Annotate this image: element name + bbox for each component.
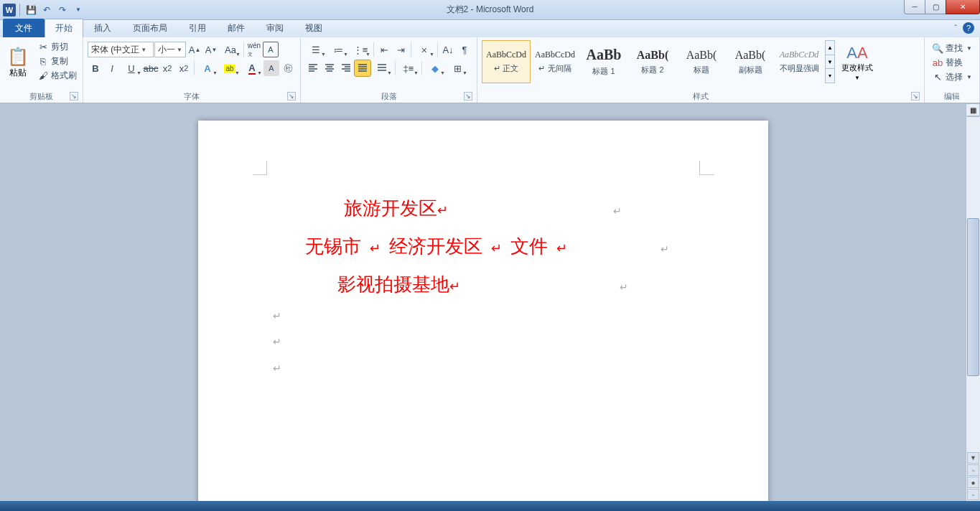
style-no-spacing[interactable]: AaBbCcDd↵ 无间隔 <box>531 40 579 83</box>
underline-button[interactable]: U▼ <box>121 60 142 76</box>
clipboard-launcher[interactable]: ↘ <box>70 92 78 100</box>
character-shading-button[interactable]: A <box>263 60 279 76</box>
numbering-button[interactable]: ≔▼ <box>327 42 349 57</box>
text-effects-button[interactable]: A▼ <box>197 60 218 76</box>
font-color-button[interactable]: A▼ <box>241 60 263 76</box>
empty-paragraph[interactable]: ↵ <box>267 329 699 355</box>
line-spacing-button[interactable]: ‡≡▼ <box>398 60 419 76</box>
prev-page-button[interactable]: ◦ <box>967 464 979 476</box>
scroll-down-button[interactable]: ▼ <box>967 452 979 464</box>
close-button[interactable]: ✕ <box>946 0 980 14</box>
next-page-button[interactable]: ◦ <box>967 489 979 500</box>
browse-object-button[interactable]: ● <box>967 477 979 488</box>
undo-button[interactable]: ↶ <box>39 3 54 17</box>
phonetic-guide-button[interactable]: wén文 <box>246 42 262 57</box>
editing-group-label: 编辑 <box>928 91 976 103</box>
doc-line-1[interactable]: 旅游开发区↵↵ <box>267 189 699 228</box>
doc-line-3[interactable]: 影视拍摄基地↵↵ <box>267 266 699 304</box>
change-case-button[interactable]: Aa▼ <box>220 42 241 57</box>
tab-mailings[interactable]: 邮件 <box>217 19 256 37</box>
shrink-font-button[interactable]: A▼ <box>203 42 219 57</box>
qat-customize-dropdown[interactable]: ▼ <box>71 3 85 17</box>
strikethrough-button[interactable]: abc <box>143 60 159 76</box>
paintbrush-icon: 🖌 <box>37 70 49 82</box>
scissors-icon: ✂ <box>37 42 49 53</box>
paragraph-launcher[interactable]: ↘ <box>464 92 472 100</box>
scroll-track[interactable] <box>967 118 979 461</box>
align-left-icon <box>307 62 319 74</box>
grow-font-button[interactable]: A▲ <box>187 42 202 57</box>
replace-button[interactable]: ab替换 <box>929 56 975 70</box>
save-button[interactable]: 💾 <box>24 3 38 17</box>
font-family-combo[interactable]: 宋体 (中文正▼ <box>88 42 154 57</box>
select-button[interactable]: ↖选择▼ <box>929 70 975 84</box>
paragraph-group-label: 段落↘ <box>304 91 474 103</box>
align-right-button[interactable] <box>338 60 354 76</box>
format-painter-button[interactable]: 🖌格式刷 <box>34 69 80 83</box>
style-heading2[interactable]: AaBb(标题 2 <box>628 40 677 83</box>
character-border-button[interactable]: A <box>263 42 279 57</box>
shading-button[interactable]: ◆▼ <box>424 60 446 76</box>
decrease-indent-button[interactable]: ⇤ <box>376 42 392 57</box>
paste-button[interactable]: 📋 粘贴 <box>3 39 33 88</box>
window-controls: ─ ▢ ✕ <box>905 0 980 14</box>
ruler-toggle-button[interactable]: ▦ <box>966 103 980 116</box>
gallery-up-button[interactable]: ▲ <box>826 41 834 55</box>
change-styles-button[interactable]: AA 更改样式 ▼ <box>838 39 877 88</box>
style-heading1[interactable]: AaBb标题 1 <box>579 40 628 83</box>
gallery-more-button[interactable]: ▾ <box>826 69 834 83</box>
bold-button[interactable]: B <box>88 60 103 76</box>
tab-page-layout[interactable]: 页面布局 <box>122 19 178 37</box>
maximize-button[interactable]: ▢ <box>925 0 946 14</box>
tab-review[interactable]: 审阅 <box>256 19 294 37</box>
align-justify-button[interactable] <box>355 60 370 76</box>
scroll-thumb[interactable] <box>967 218 979 376</box>
gallery-scroll: ▲ ▼ ▾ <box>825 40 835 83</box>
doc-line-2[interactable]: 无锡市↵经济开发区↵文件↵↵ <box>267 228 699 266</box>
font-size-combo[interactable]: 小一▼ <box>154 42 186 57</box>
tab-references[interactable]: 引用 <box>178 19 217 37</box>
tab-file[interactable]: 文件 <box>3 19 45 37</box>
highlight-button[interactable]: ab▼ <box>219 60 241 76</box>
font-launcher[interactable]: ↘ <box>287 92 296 100</box>
style-subtle-emphasis[interactable]: AaBbCcDd不明显强调 <box>775 40 823 83</box>
subscript-button[interactable]: x2 <box>159 60 175 76</box>
align-center-button[interactable] <box>322 60 337 76</box>
superscript-button[interactable]: x2 <box>176 60 192 76</box>
document-scroll[interactable]: 旅游开发区↵↵ 无锡市↵经济开发区↵文件↵↵ 影视拍摄基地↵↵ ↵ ↵ ↵ <box>0 103 966 501</box>
qat-separator <box>19 4 20 17</box>
italic-button[interactable]: I <box>104 60 120 76</box>
ribbon-collapse-button[interactable]: ˆ <box>954 24 957 32</box>
redo-button[interactable]: ↷ <box>55 3 70 17</box>
style-normal[interactable]: AaBbCcDd↵ 正文 <box>482 40 531 83</box>
clipboard-group-label: 剪贴板↘ <box>3 91 80 103</box>
borders-button[interactable]: ⊞▼ <box>447 60 468 76</box>
distributed-button[interactable]: ▼ <box>371 60 393 76</box>
cut-button[interactable]: ✂剪切 <box>34 40 80 54</box>
enclose-characters-button[interactable]: ㊓ <box>280 60 296 76</box>
empty-paragraph[interactable]: ↵ <box>267 304 699 329</box>
minimize-button[interactable]: ─ <box>904 0 925 14</box>
copy-button[interactable]: ⎘复制 <box>34 55 80 68</box>
tab-view[interactable]: 视图 <box>294 19 333 37</box>
tab-home[interactable]: 开始 <box>45 19 83 37</box>
align-left-button[interactable] <box>305 60 321 76</box>
help-button[interactable]: ? <box>963 22 974 34</box>
gallery-down-button[interactable]: ▼ <box>826 55 834 70</box>
bullets-button[interactable]: ☰▼ <box>305 42 327 57</box>
empty-paragraph[interactable]: ↵ <box>267 356 699 382</box>
distributed-icon <box>376 62 388 74</box>
show-marks-button[interactable]: ¶ <box>457 42 472 57</box>
tab-insert[interactable]: 插入 <box>83 19 122 37</box>
page[interactable]: 旅游开发区↵↵ 无锡市↵经济开发区↵文件↵↵ 影视拍摄基地↵↵ ↵ ↵ ↵ <box>198 121 768 501</box>
group-paragraph: ☰▼ ≔▼ ⋮≡▼ ⇤ ⇥ ⨉▼ A↓ ¶ <box>301 37 477 103</box>
styles-launcher[interactable]: ↘ <box>911 92 920 100</box>
asian-layout-button[interactable]: ⨉▼ <box>414 42 435 57</box>
group-editing: 🔍查找▼ ab替换 ↖选择▼ 编辑 <box>925 37 980 103</box>
find-button[interactable]: 🔍查找▼ <box>929 42 975 55</box>
style-title[interactable]: AaBb(标题 <box>677 40 726 83</box>
style-subtitle[interactable]: AaBb(副标题 <box>726 40 775 83</box>
multilevel-list-button[interactable]: ⋮≡▼ <box>350 42 371 57</box>
sort-button[interactable]: A↓ <box>440 42 456 57</box>
increase-indent-button[interactable]: ⇥ <box>393 42 409 57</box>
